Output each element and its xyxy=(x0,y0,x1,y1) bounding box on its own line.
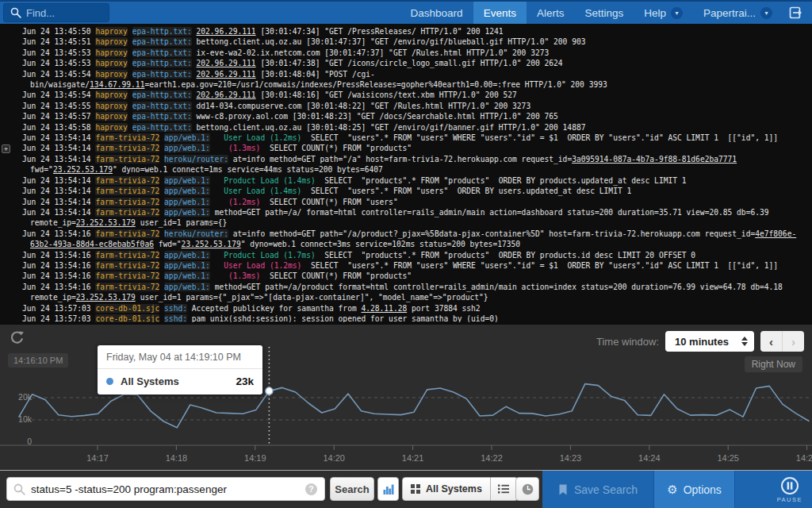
log-system-name[interactable]: core-db-01.sjc xyxy=(95,304,159,313)
systems-list-button[interactable] xyxy=(491,477,518,501)
log-line[interactable]: Jun 24 13:54:14 farm-trivia-72 app/web.1… xyxy=(0,197,812,207)
query-input[interactable] xyxy=(31,483,298,495)
nav-item-help[interactable]: Help▾ xyxy=(634,2,693,24)
log-program-name[interactable]: app/web.1: xyxy=(164,283,210,291)
log-program-name[interactable]: app/web.1: xyxy=(164,208,210,217)
log-system-name[interactable]: haproxy xyxy=(95,90,127,99)
log-line[interactable]: Jun 24 13:45:50 haproxy epa-http.txt: 20… xyxy=(0,26,812,37)
log-line[interactable]: Jun 24 13:54:16 farm-trivia-72 app/web.1… xyxy=(0,250,812,260)
search-button[interactable]: Search xyxy=(330,477,374,501)
log-system-name[interactable]: farm-trivia-72 xyxy=(95,229,159,238)
nav-item-papertrai[interactable]: Papertrai...▾ xyxy=(693,2,783,24)
right-now-button[interactable]: Right Now xyxy=(745,356,802,372)
log-linked-token[interactable]: 202.96.29.111 xyxy=(197,90,256,99)
logout-button[interactable] xyxy=(783,2,812,24)
help-icon[interactable]: ? xyxy=(305,483,317,495)
log-line[interactable]: +Jun 24 13:54:14 farm-trivia-72 app/web.… xyxy=(0,143,812,153)
log-program-name[interactable]: epa-http.txt: xyxy=(132,123,192,132)
log-line[interactable]: Jun 24 13:54:16 farm-trivia-72 app/web.1… xyxy=(0,271,812,281)
pager-next-button[interactable]: › xyxy=(783,331,804,352)
log-line[interactable]: Jun 24 13:54:16 farm-trivia-72 app/web.1… xyxy=(0,282,812,303)
log-system-name[interactable]: farm-trivia-72 xyxy=(95,187,159,195)
find-input[interactable] xyxy=(26,7,96,19)
log-linked-token[interactable]: 4.28.11.28 xyxy=(361,304,407,313)
log-line[interactable]: Jun 24 13:54:14 farm-trivia-72 app/web.1… xyxy=(0,133,812,143)
log-line[interactable]: Jun 24 13:54:14 farm-trivia-72 app/web.1… xyxy=(0,186,812,196)
log-linked-token[interactable]: 3a095914-087a-4b7a-9f88-81d6e2ba7771 xyxy=(572,155,737,164)
log-program-name[interactable]: app/web.1: xyxy=(164,176,210,185)
log-program-name[interactable]: epa-http.txt: xyxy=(132,37,192,46)
log-linked-token[interactable]: 202.96.29.111 xyxy=(197,59,256,67)
log-line[interactable]: Jun 24 13:54:14 farm-trivia-72 app/web.1… xyxy=(0,207,812,229)
log-system-name[interactable]: farm-trivia-72 xyxy=(95,261,159,270)
log-system-name[interactable]: farm-trivia-72 xyxy=(95,155,159,164)
seek-to-time-button[interactable] xyxy=(515,477,539,501)
log-program-name[interactable]: heroku/router: xyxy=(164,229,228,238)
log-line[interactable]: Jun 24 13:54:14 farm-trivia-72 heroku/ro… xyxy=(0,154,812,175)
log-line[interactable]: Jun 24 13:45:53 haproxy epa-http.txt: 20… xyxy=(0,58,812,68)
log-system-name[interactable]: haproxy xyxy=(95,59,127,67)
find-box[interactable] xyxy=(3,3,109,22)
log-system-name[interactable]: farm-trivia-72 xyxy=(95,144,159,152)
log-system-name[interactable]: haproxy xyxy=(95,123,127,132)
pause-button[interactable]: PAUSE xyxy=(777,476,802,503)
nav-item-alerts[interactable]: Alerts xyxy=(527,2,575,24)
graph-toggle-button[interactable] xyxy=(377,477,399,501)
log-linked-token[interactable]: 202.96.29.111 xyxy=(197,27,256,36)
log-program-name[interactable]: app/web.1: xyxy=(164,133,210,142)
log-system-name[interactable]: haproxy xyxy=(95,112,127,121)
log-program-name[interactable]: sshd: xyxy=(164,304,187,313)
nav-item-settings[interactable]: Settings xyxy=(574,2,634,24)
log-line[interactable]: Jun 24 13:45:53 haproxy epa-http.txt: ix… xyxy=(0,48,812,58)
refresh-button[interactable] xyxy=(10,330,25,346)
log-program-name[interactable]: app/web.1: xyxy=(164,187,210,195)
log-system-name[interactable]: haproxy xyxy=(95,37,127,46)
log-linked-token[interactable]: 23.252.53.179 xyxy=(53,165,113,174)
log-system-name[interactable]: farm-trivia-72 xyxy=(95,271,159,280)
log-program-name[interactable]: epa-http.txt: xyxy=(132,112,192,121)
log-line[interactable]: Jun 24 13:45:51 haproxy epa-http.txt: be… xyxy=(0,37,812,47)
log-line[interactable]: Jun 24 13:54:14 farm-trivia-72 app/web.1… xyxy=(0,175,812,186)
log-linked-token[interactable]: 23.252.53.179 xyxy=(76,218,136,227)
log-line[interactable]: Jun 24 13:45:55 haproxy epa-http.txt: dd… xyxy=(0,101,812,111)
log-system-name[interactable]: farm-trivia-72 xyxy=(95,251,159,260)
log-line[interactable]: Jun 24 13:45:58 haproxy epa-http.txt: be… xyxy=(0,122,812,133)
log-system-name[interactable]: farm-trivia-72 xyxy=(95,176,159,185)
expand-context-icon[interactable]: + xyxy=(2,144,10,153)
log-system-name[interactable]: haproxy xyxy=(95,27,127,36)
log-program-name[interactable]: app/web.1: xyxy=(164,198,210,206)
log-system-name[interactable]: haproxy xyxy=(95,70,127,79)
log-linked-token[interactable]: 23.252.53.179 xyxy=(182,240,241,248)
options-button[interactable]: ⚙ Options xyxy=(653,471,735,508)
log-program-name[interactable]: epa-http.txt: xyxy=(132,27,192,36)
log-system-name[interactable]: haproxy xyxy=(95,48,127,57)
time-window-select[interactable]: 10 minutes xyxy=(665,331,754,352)
nav-item-events[interactable]: Events xyxy=(473,2,527,24)
log-program-name[interactable]: epa-http.txt: xyxy=(132,90,192,99)
log-system-name[interactable]: haproxy xyxy=(95,102,127,110)
log-system-name[interactable]: farm-trivia-72 xyxy=(95,208,159,217)
log-program-name[interactable]: app/web.1: xyxy=(164,251,210,260)
log-program-name[interactable]: sshd: xyxy=(164,314,187,322)
log-system-name[interactable]: farm-trivia-72 xyxy=(95,133,159,142)
log-line[interactable]: Jun 24 13:57:03 core-db-01.sjc sshd: Acc… xyxy=(0,303,812,314)
log-program-name[interactable]: heroku/router: xyxy=(164,155,228,164)
log-system-name[interactable]: farm-trivia-72 xyxy=(95,283,159,291)
nav-item-dashboard[interactable]: Dashboard xyxy=(400,2,473,24)
log-linked-token[interactable]: 134.67.99.11 xyxy=(90,80,144,89)
log-linked-token[interactable]: 202.96.29.111 xyxy=(197,70,256,79)
log-program-name[interactable]: epa-http.txt: xyxy=(132,48,192,57)
log-program-name[interactable]: epa-http.txt: xyxy=(132,102,192,110)
log-system-name[interactable]: core-db-01.sjc xyxy=(95,314,159,322)
log-line[interactable]: Jun 24 13:54:16 farm-trivia-72 heroku/ro… xyxy=(0,229,812,250)
log-linked-token[interactable]: 23.252.53.179 xyxy=(76,293,136,302)
log-program-name[interactable]: app/web.1: xyxy=(164,261,210,270)
log-system-name[interactable]: farm-trivia-72 xyxy=(95,198,159,206)
highlighted-point[interactable] xyxy=(266,387,273,394)
pager-prev-button[interactable]: ‹ xyxy=(760,331,783,352)
log-line[interactable]: Jun 24 13:54:16 farm-trivia-72 app/web.1… xyxy=(0,260,812,271)
save-search-button[interactable]: Save Search xyxy=(542,471,653,508)
log-line[interactable]: Jun 24 13:45:57 haproxy epa-http.txt: ww… xyxy=(0,111,812,121)
all-systems-button[interactable]: All Systems xyxy=(402,477,491,501)
log-line[interactable]: Jun 24 13:57:03 core-db-01.sjc sshd: pam… xyxy=(0,314,812,322)
